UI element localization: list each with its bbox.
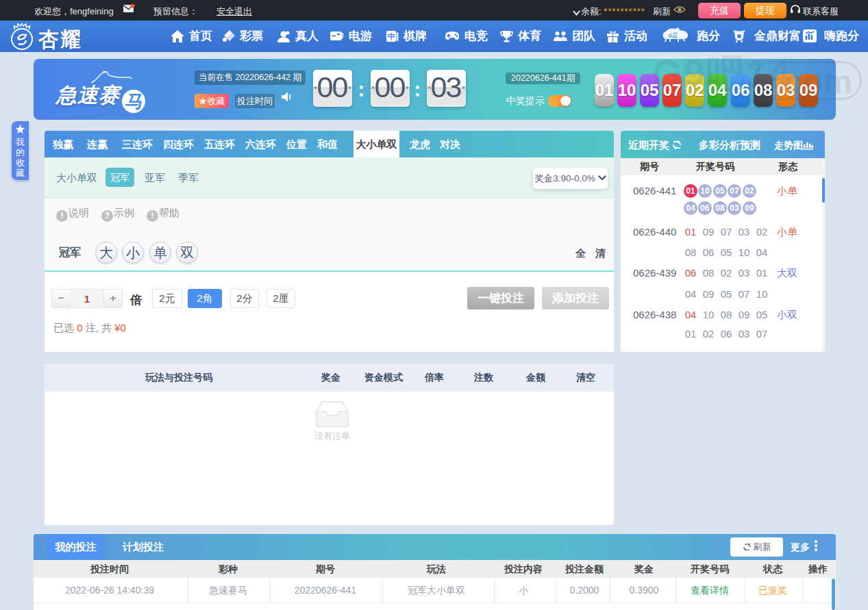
svg-text:中: 中 [388, 32, 395, 40]
svg-text:么辽: 么辽 [667, 32, 678, 38]
